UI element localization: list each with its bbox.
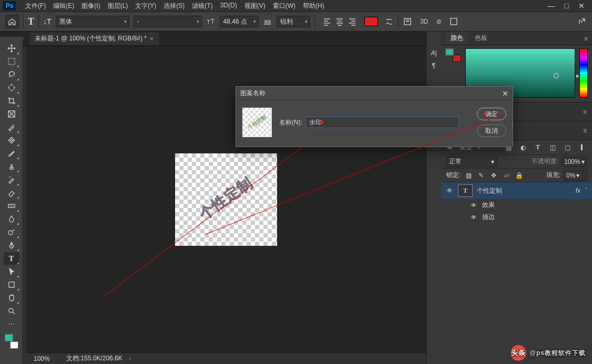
filter-smart-icon[interactable]: ▢ <box>563 143 572 152</box>
filter-toggle-icon[interactable]: ⏽ <box>577 143 587 152</box>
maximize-icon[interactable]: □ <box>565 2 569 10</box>
text-color-swatch[interactable] <box>364 17 378 26</box>
svg-point-9 <box>9 308 13 313</box>
lock-paint-icon[interactable]: ✎ <box>476 171 486 180</box>
eyedropper-tool[interactable] <box>4 121 19 133</box>
cancel-button[interactable]: 取消 <box>477 124 506 137</box>
blend-mode-dropdown[interactable]: 正常▾ <box>446 157 497 167</box>
svg-rect-8 <box>9 282 14 287</box>
dialog-titlebar[interactable]: 图案名称 ✕ <box>236 87 513 100</box>
color-swatches[interactable] <box>4 334 19 349</box>
lock-artboard-icon[interactable]: ▱ <box>502 171 511 180</box>
frame-tool[interactable] <box>4 108 19 120</box>
home-button[interactable] <box>5 15 19 28</box>
font-style-dropdown[interactable]: -▾ <box>134 16 202 27</box>
crop-tool[interactable] <box>4 95 19 107</box>
visibility-icon[interactable]: 👁 <box>445 187 454 194</box>
cancel-edit-icon[interactable]: ⊘ <box>434 17 444 26</box>
name-field-label: 名称(N): <box>279 118 302 127</box>
char-panel-icon[interactable] <box>403 17 412 26</box>
lock-all-icon[interactable]: 🔒 <box>514 171 524 180</box>
warp-text-icon[interactable] <box>384 17 394 26</box>
commit-edit-icon[interactable] <box>449 17 458 26</box>
quick-select-tool[interactable] <box>4 81 19 94</box>
layer-name[interactable]: 个性定制 <box>477 186 502 195</box>
share-icon[interactable] <box>577 17 587 26</box>
dodge-tool[interactable] <box>4 226 19 238</box>
menu-view[interactable]: 视图(V) <box>241 1 269 12</box>
edit-toolbar-icon[interactable]: ⋯ <box>4 318 19 330</box>
font-size-dropdown[interactable]: 48.46 点▾ <box>220 16 259 27</box>
lock-transparent-icon[interactable]: ▨ <box>464 171 473 180</box>
align-left-button[interactable] <box>321 16 333 27</box>
orientation-toggle-icon[interactable]: ↓T <box>43 17 52 26</box>
document-tab-close-icon[interactable]: × <box>150 35 154 43</box>
options-bar: T ↓T 黑体▾ -▾ ᴛT 48.46 点▾ aa 锐利▾ 3D ⊘ <box>0 12 592 32</box>
panel-menu-icon[interactable]: ≡ <box>580 33 592 45</box>
menu-layer[interactable]: 图层(L) <box>105 1 131 12</box>
gradient-tool[interactable] <box>4 200 19 212</box>
three-d-icon[interactable]: 3D <box>420 17 429 26</box>
status-chevron-icon[interactable]: › <box>129 355 131 362</box>
layers-panel: 🔍 类型▾ ▧ ◐ T ◫ ▢ ⏽ 正常▾ 不透明度: 100%▾ 锁定: ▨ … <box>441 140 592 223</box>
menu-bar: 文件(F) 编辑(E) 图像(I) 图层(L) 文字(Y) 选择(S) 滤镜(T… <box>20 1 328 12</box>
lasso-tool[interactable] <box>4 68 19 81</box>
menu-file[interactable]: 文件(F) <box>22 1 49 12</box>
opacity-dropdown[interactable]: 100%▾ <box>562 157 587 167</box>
zoom-tool[interactable] <box>4 305 19 317</box>
menu-edit[interactable]: 编辑(E) <box>50 1 77 12</box>
zoom-level[interactable]: 100% <box>34 355 60 362</box>
menu-filter[interactable]: 滤镜(T) <box>189 1 216 12</box>
antialias-dropdown[interactable]: 锐利▾ <box>277 16 310 27</box>
dialog-close-icon[interactable]: ✕ <box>502 89 508 98</box>
type-minipanel: A| ¶ <box>426 46 441 78</box>
paragraph-panel-icon[interactable]: ¶ <box>432 62 435 69</box>
path-select-tool[interactable] <box>4 265 19 278</box>
close-icon[interactable]: ✕ <box>578 2 585 10</box>
svg-rect-1 <box>451 18 457 25</box>
shape-tool[interactable] <box>4 278 19 291</box>
pen-tool[interactable] <box>4 239 19 252</box>
hand-tool[interactable] <box>4 292 19 304</box>
dialog-title: 图案名称 <box>240 89 266 98</box>
hue-slider[interactable] <box>579 48 588 98</box>
menu-help[interactable]: 帮助(H) <box>300 1 328 12</box>
menu-window[interactable]: 窗口(W) <box>270 1 299 12</box>
document-tab[interactable]: 未标题-1 @ 100% (个性定制, RGB/8#) * × <box>29 33 159 45</box>
antialias-icon: aa <box>263 17 272 26</box>
fx-expand-icon[interactable]: ˄ <box>585 187 588 194</box>
blur-tool[interactable] <box>4 213 19 225</box>
menu-type[interactable]: 文字(Y) <box>132 1 159 12</box>
tab-swatches[interactable]: 色板 <box>469 32 493 45</box>
marquee-tool[interactable] <box>4 55 19 68</box>
type-tool[interactable]: T <box>4 252 19 265</box>
brush-tool[interactable] <box>4 147 19 160</box>
align-center-button[interactable] <box>334 16 345 27</box>
layer-row[interactable]: 👁 T 个性定制 fx ˄ <box>441 182 592 199</box>
fill-dropdown[interactable]: 0%▾ <box>564 170 587 181</box>
fx-stroke-row[interactable]: 👁描边 <box>441 211 592 223</box>
filter-shape-icon[interactable]: ◫ <box>548 143 557 152</box>
fx-badge[interactable]: fx <box>576 187 580 194</box>
color-fgbg[interactable] <box>445 48 461 62</box>
menu-3d[interactable]: 3D(D) <box>217 1 240 12</box>
stamp-tool[interactable] <box>4 160 19 173</box>
menu-image[interactable]: 图像(I) <box>78 1 103 12</box>
character-panel-icon[interactable]: A| <box>431 49 436 57</box>
font-family-dropdown[interactable]: 黑体▾ <box>56 16 129 27</box>
annotation-dot-icon <box>320 121 323 124</box>
align-right-button[interactable] <box>346 16 358 27</box>
lock-move-icon[interactable]: ✥ <box>489 171 498 180</box>
minimize-icon[interactable]: — <box>548 2 555 10</box>
history-brush-tool[interactable] <box>4 173 19 186</box>
fx-effects-row[interactable]: 👁效果 <box>441 199 592 211</box>
name-field-input[interactable] <box>305 117 459 128</box>
filter-type-icon[interactable]: T <box>533 143 543 152</box>
menu-select[interactable]: 选择(S) <box>160 1 188 12</box>
move-tool[interactable] <box>4 42 19 55</box>
toutiao-logo-icon: 头条 <box>511 345 526 361</box>
eraser-tool[interactable] <box>4 186 19 199</box>
healing-tool[interactable] <box>4 134 19 147</box>
filter-adjust-icon[interactable]: ◐ <box>518 143 528 152</box>
tab-color[interactable]: 颜色 <box>445 32 468 45</box>
